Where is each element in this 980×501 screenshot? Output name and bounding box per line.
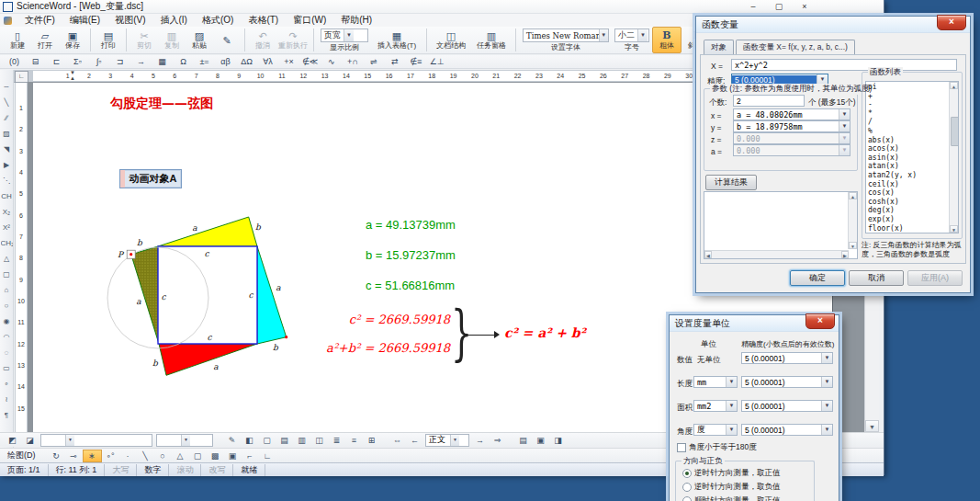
minimize-button[interactable]: – — [740, 0, 766, 13]
menu-item[interactable]: 文件(F) — [17, 14, 62, 27]
direction-radio-row[interactable]: 逆时针方向测量，取正值 — [682, 466, 781, 480]
value-precision-combo[interactable]: 5 (0.00001)▼ — [741, 352, 833, 364]
style-combo[interactable]: ▼ — [40, 434, 152, 447]
toolbar-icon[interactable]: ▤ — [276, 434, 293, 447]
toolbar-button[interactable]: ▣保存 — [59, 27, 86, 53]
tool-icon[interactable]: ⌂ — [1, 282, 13, 298]
menu-item[interactable]: 窗口(W) — [286, 14, 333, 27]
angle-limit-checkbox[interactable] — [677, 443, 686, 452]
length-unit-combo[interactable]: mm▼ — [693, 376, 738, 388]
tool-icon[interactable]: ◌ — [1, 345, 13, 360]
function-list-item[interactable]: atan(x) — [868, 162, 948, 171]
dialog-close-button[interactable]: × — [805, 313, 835, 329]
list-scrollbar[interactable]: ▲ ▼ — [949, 82, 958, 233]
math-template-icon[interactable]: → — [130, 56, 152, 68]
animation-object-button[interactable]: 动画对象A — [119, 169, 182, 188]
print-button[interactable]: ▤打印 — [95, 27, 122, 53]
param-y-combo[interactable]: b = 18.89758mm▼ — [733, 120, 850, 132]
tool-icon[interactable]: X₂ — [1, 204, 13, 220]
draw-tool-icon[interactable]: ○ — [154, 450, 172, 462]
function-list-item[interactable]: deg(x) — [868, 206, 948, 215]
menu-item[interactable]: 视图(V) — [107, 14, 152, 27]
tool-icon[interactable]: CH — [1, 188, 13, 204]
math-template-icon[interactable]: ∠⊥ — [426, 56, 447, 68]
toolbar-icon[interactable]: ⊞ — [363, 434, 380, 447]
toolbar-button[interactable]: ✂剪切 — [130, 27, 158, 53]
insert-table-button[interactable]: ▦ 插入表格(T) — [371, 27, 422, 53]
menu-item[interactable]: 格式(O) — [195, 14, 241, 27]
tool-icon[interactable]: ∕∕ — [1, 110, 13, 126]
math-template-icon[interactable]: ▦ — [152, 56, 173, 68]
chevron-down-icon[interactable]: ▼ — [450, 435, 459, 446]
chevron-down-icon[interactable]: ▼ — [344, 29, 354, 41]
draw-tool-icon[interactable]: ▣ — [224, 450, 242, 462]
math-template-icon[interactable]: ⊏ — [46, 56, 67, 68]
flow-icon[interactable]: → — [471, 434, 489, 447]
function-list-item[interactable]: cosh(x) — [868, 198, 948, 207]
toolbar-icon[interactable]: ▢ — [258, 434, 276, 447]
toolbar-icon[interactable]: ✎ — [223, 434, 241, 447]
toolbar-icon[interactable]: ≡ — [345, 434, 363, 447]
toolbar-button[interactable]: ✎ — [213, 27, 241, 53]
tool-icon[interactable]: ≀ — [1, 392, 13, 407]
close-button[interactable]: × — [792, 0, 817, 13]
tool-icon[interactable]: ◉ — [1, 313, 13, 329]
draw-tool-icon[interactable]: ↻ — [48, 450, 65, 462]
secondary-combo[interactable]: ▼ — [156, 434, 213, 447]
vertex-marker[interactable] — [285, 336, 287, 338]
tool-icon[interactable]: ▨ — [1, 126, 13, 142]
text-flow-combo[interactable]: 正文▼ — [425, 434, 469, 447]
math-template-icon[interactable]: +× — [278, 56, 299, 68]
chevron-down-icon[interactable]: ▼ — [599, 29, 608, 41]
inner-square[interactable] — [158, 246, 257, 344]
param-x-combo[interactable]: a = 48.08026mm▼ — [733, 108, 850, 120]
function-list-item[interactable]: hypot(x, y) — [868, 233, 948, 233]
toolbar-icon[interactable]: ▤ — [514, 434, 532, 447]
radio-icon[interactable] — [682, 496, 692, 501]
chevron-down-icon[interactable]: ▼ — [726, 425, 737, 435]
chevron-down-icon[interactable]: ▼ — [839, 109, 850, 120]
font-name-combo[interactable]: Times New Roman▼ — [523, 28, 609, 42]
zoom-combo[interactable]: 页宽▼ — [321, 28, 368, 42]
toolbar-button[interactable]: ▯新建 — [4, 27, 31, 53]
area-unit-combo[interactable]: mm2▼ — [693, 400, 738, 412]
flow-icon[interactable]: ⇒ — [489, 434, 506, 447]
expression-input[interactable]: x^2+y^2 — [731, 59, 957, 71]
tool-icon[interactable]: △ — [1, 251, 13, 267]
math-template-icon[interactable]: ∉≪ — [299, 56, 321, 68]
dialog-title[interactable]: 函数变量 — [696, 17, 970, 33]
tool-icon[interactable]: ∘ — [1, 376, 13, 392]
radio-icon[interactable] — [682, 469, 692, 478]
result-hscroll[interactable]: ◀▶ — [704, 250, 849, 258]
tool-icon[interactable]: ¶ — [1, 407, 13, 423]
draw-tool-icon[interactable]: ∗ — [83, 450, 102, 462]
length-precision-combo[interactable]: 5 (0.00001)▼ — [741, 376, 833, 388]
function-list-item[interactable]: atan2(y, x) — [868, 171, 948, 180]
function-list-item[interactable]: floor(x) — [868, 224, 948, 233]
draw-tool-icon[interactable]: ╲ — [137, 450, 154, 462]
chevron-down-icon[interactable]: ▼ — [181, 435, 190, 446]
function-list-item[interactable]: abs(x) — [868, 136, 948, 145]
angle-unit-combo[interactable]: 度▼ — [693, 424, 738, 436]
tool-icon[interactable]: ◥ — [1, 142, 13, 157]
tool-icon[interactable]: ┄ — [1, 79, 13, 95]
area-precision-combo[interactable]: 5 (0.00001)▼ — [741, 400, 833, 412]
chevron-down-icon[interactable]: ▼ — [821, 425, 832, 435]
indent-marker[interactable]: ▼▲ — [68, 70, 77, 81]
radio-icon[interactable] — [682, 483, 692, 492]
left-triangle[interactable] — [131, 246, 159, 344]
math-template-icon[interactable]: ⇄ — [384, 56, 405, 68]
font-size-combo[interactable]: 小二▼ — [614, 28, 649, 42]
math-template-icon[interactable]: ΔΩ — [236, 56, 257, 68]
toolbar-icon[interactable]: ◩ — [4, 434, 21, 447]
menu-item[interactable]: 编辑(E) — [62, 14, 107, 27]
scroll-down-icon[interactable]: ▼ — [950, 225, 958, 233]
count-input[interactable]: 2 — [733, 95, 805, 107]
draw-tool-icon[interactable]: ∘° — [102, 450, 119, 462]
chevron-down-icon[interactable]: ▼ — [839, 121, 850, 131]
draw-tool-icon[interactable]: ∟ — [259, 450, 276, 462]
toolbar-icon[interactable]: ◧ — [241, 434, 258, 447]
chevron-down-icon[interactable]: ▼ — [821, 401, 832, 411]
calculate-button[interactable]: 计算结果 — [705, 175, 757, 190]
tool-icon[interactable]: CH₂ — [1, 235, 13, 251]
